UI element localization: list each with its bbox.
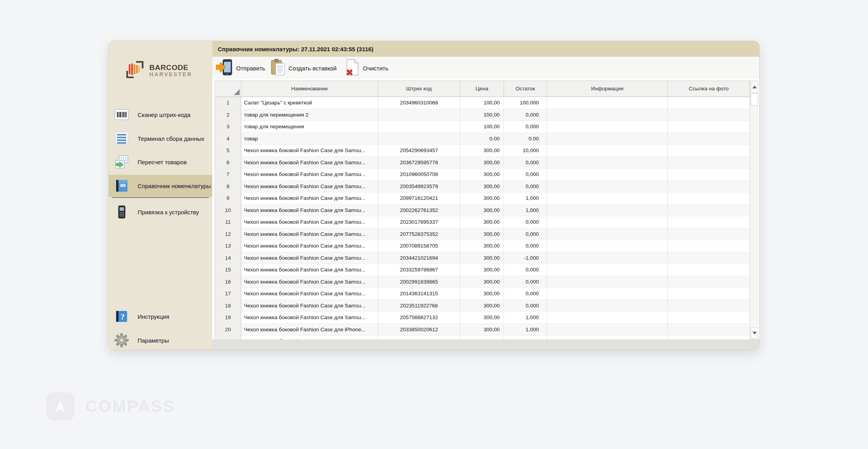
cell-name[interactable]: Салат "Цезарь" с креветкой bbox=[241, 97, 378, 109]
cell-stock[interactable]: 0,000 bbox=[504, 276, 547, 288]
column-header-stock[interactable]: Остаток bbox=[504, 81, 547, 97]
cell-photo[interactable] bbox=[668, 121, 750, 133]
cell-stock[interactable]: 0,000 bbox=[504, 181, 547, 193]
cell-photo[interactable] bbox=[668, 324, 750, 336]
table-row[interactable]: 8Чехол книжка боковой Fashion Case для S… bbox=[215, 181, 750, 193]
cell-name[interactable]: Чехол книжка боковой Fashion Case для Sa… bbox=[241, 169, 378, 181]
cell-info[interactable] bbox=[547, 252, 668, 264]
cell-price[interactable]: 300,00 bbox=[460, 192, 504, 205]
table-row[interactable]: 18Чехол книжка боковой Fashion Case для … bbox=[215, 300, 750, 312]
cell-photo[interactable] bbox=[668, 169, 750, 181]
cell-barcode[interactable]: 2023511922768 bbox=[378, 300, 460, 312]
cell-num[interactable]: 4 bbox=[215, 133, 241, 145]
scroll-up-button[interactable] bbox=[751, 81, 758, 93]
cell-barcode[interactable]: 2054290693457 bbox=[378, 145, 460, 157]
cell-barcode[interactable]: 2014363141315 bbox=[378, 288, 460, 300]
table-row[interactable]: 1Салат "Цезарь" с креветкой2034960310068… bbox=[215, 97, 750, 109]
cell-info[interactable] bbox=[547, 145, 668, 157]
cell-stock[interactable]: 0,000 bbox=[504, 240, 547, 252]
cell-num[interactable]: 1 bbox=[215, 97, 241, 109]
cell-name[interactable]: Чехол книжка боковой Fashion Case для iP… bbox=[241, 324, 378, 336]
cell-name[interactable]: Чехол книжка боковой Fashion Case для Sa… bbox=[241, 205, 378, 217]
cell-barcode[interactable]: 2023017895337 bbox=[378, 216, 460, 228]
cell-info[interactable] bbox=[547, 276, 668, 288]
table-row[interactable]: 14Чехол книжка боковой Fashion Case для … bbox=[215, 252, 750, 264]
sidebar-item-instruction[interactable]: ? Инструкция bbox=[109, 305, 212, 327]
cell-barcode[interactable]: 2077528375352 bbox=[378, 228, 460, 241]
cell-photo[interactable] bbox=[668, 276, 750, 288]
scroll-down-button[interactable] bbox=[751, 327, 758, 339]
scrollbar-thumb[interactable] bbox=[751, 93, 758, 106]
cell-num[interactable]: 5 bbox=[215, 145, 241, 157]
create-paste-button[interactable]: Создать вставкой bbox=[269, 59, 338, 77]
cell-num[interactable]: 15 bbox=[215, 264, 241, 276]
cell-info[interactable] bbox=[547, 216, 668, 228]
cell-name[interactable]: Чехол книжка боковой Fashion Case для Sa… bbox=[241, 216, 378, 228]
cell-num[interactable]: 9 bbox=[215, 192, 241, 205]
cell-price[interactable]: 300,00 bbox=[460, 324, 504, 336]
table-row[interactable]: 9Чехол книжка боковой Fashion Case для S… bbox=[215, 192, 750, 205]
cell-num[interactable]: 7 bbox=[215, 169, 241, 181]
cell-info[interactable] bbox=[547, 133, 668, 145]
cell-photo[interactable] bbox=[668, 252, 750, 264]
cell-info[interactable] bbox=[547, 109, 668, 121]
sidebar-item-nomenclature[interactable]: Справочник номенклатуры bbox=[109, 175, 212, 197]
cell-barcode[interactable]: 2003549923579 bbox=[378, 181, 460, 193]
cell-price[interactable]: 0.00 bbox=[460, 133, 504, 145]
cell-barcode[interactable]: 2002262761352 bbox=[378, 205, 460, 217]
table-row[interactable]: 4товар0.000.00 bbox=[215, 133, 750, 145]
cell-photo[interactable] bbox=[668, 312, 750, 324]
table-row[interactable]: 7Чехол книжка боковой Fashion Case для S… bbox=[215, 169, 750, 181]
cell-info[interactable] bbox=[547, 264, 668, 276]
column-header-photo[interactable]: Ссылка на фото bbox=[668, 81, 750, 97]
cell-name[interactable]: Чехол книжка боковой Fashion Case для Sa… bbox=[241, 312, 378, 324]
column-header-barcode[interactable]: Штрих код bbox=[378, 81, 460, 97]
table-row[interactable]: 12Чехол книжка боковой Fashion Case для … bbox=[215, 228, 750, 241]
cell-name[interactable]: Чехол книжка боковой Fashion Case для Sa… bbox=[241, 264, 378, 276]
cell-name[interactable]: Чехол книжка боковой Fashion Case для Sa… bbox=[241, 145, 378, 157]
cell-num[interactable]: 19 bbox=[215, 312, 241, 324]
cell-barcode[interactable] bbox=[378, 109, 460, 121]
cell-stock[interactable]: 0,000 bbox=[504, 109, 547, 121]
select-all-corner-cell[interactable] bbox=[215, 81, 241, 97]
cell-photo[interactable] bbox=[668, 300, 750, 312]
cell-num[interactable]: 20 bbox=[215, 324, 241, 336]
cell-price[interactable]: 100,00 bbox=[460, 121, 504, 133]
cell-barcode[interactable]: 2002991839865 bbox=[378, 276, 460, 288]
table-row[interactable]: 13Чехол книжка боковой Fashion Case для … bbox=[215, 240, 750, 252]
column-header-name[interactable]: Наименование bbox=[241, 81, 378, 97]
cell-barcode[interactable]: 2036729595778 bbox=[378, 157, 460, 169]
cell-num[interactable]: 16 bbox=[215, 276, 241, 288]
cell-num[interactable]: 11 bbox=[215, 216, 241, 228]
cell-stock[interactable]: 1,000 bbox=[504, 324, 547, 336]
cell-photo[interactable] bbox=[668, 97, 750, 109]
cell-stock[interactable]: 1,000 bbox=[504, 192, 547, 205]
cell-num[interactable]: 17 bbox=[215, 288, 241, 300]
cell-price[interactable]: 300,00 bbox=[460, 228, 504, 241]
cell-stock[interactable]: 100,000 bbox=[504, 97, 547, 109]
cell-barcode[interactable] bbox=[378, 133, 460, 145]
table-row[interactable]: 17Чехол книжка боковой Fashion Case для … bbox=[215, 288, 750, 300]
cell-barcode[interactable]: 2034421021694 bbox=[378, 252, 460, 264]
cell-name[interactable]: Чехол книжка боковой Fashion Case для Sa… bbox=[241, 300, 378, 312]
cell-price[interactable]: 100,00 bbox=[460, 109, 504, 121]
table-row[interactable]: 19Чехол книжка боковой Fashion Case для … bbox=[215, 312, 750, 324]
cell-price[interactable]: 100,00 bbox=[460, 97, 504, 109]
cell-num[interactable]: 18 bbox=[215, 300, 241, 312]
cell-stock[interactable]: 0,000 bbox=[504, 169, 547, 181]
column-header-price[interactable]: Цена bbox=[460, 81, 504, 97]
table-row[interactable]: 6Чехол книжка боковой Fashion Case для S… bbox=[215, 157, 750, 169]
cell-info[interactable] bbox=[547, 300, 668, 312]
cell-barcode[interactable]: 2057566627132 bbox=[378, 312, 460, 324]
cell-name[interactable]: Чехол книжка боковой Fashion Case для Sa… bbox=[241, 252, 378, 264]
cell-price[interactable]: 300,00 bbox=[460, 169, 504, 181]
cell-price[interactable]: 300,00 bbox=[460, 288, 504, 300]
cell-photo[interactable] bbox=[668, 133, 750, 145]
sidebar-item-parameters[interactable]: Параметры bbox=[109, 329, 212, 350]
cell-photo[interactable] bbox=[668, 157, 750, 169]
cell-price[interactable]: 300,00 bbox=[460, 252, 504, 264]
cell-barcode[interactable]: 2007089158705 bbox=[378, 240, 460, 252]
cell-info[interactable] bbox=[547, 97, 668, 109]
cell-num[interactable]: 14 bbox=[215, 252, 241, 264]
vertical-scrollbar[interactable] bbox=[750, 81, 758, 339]
